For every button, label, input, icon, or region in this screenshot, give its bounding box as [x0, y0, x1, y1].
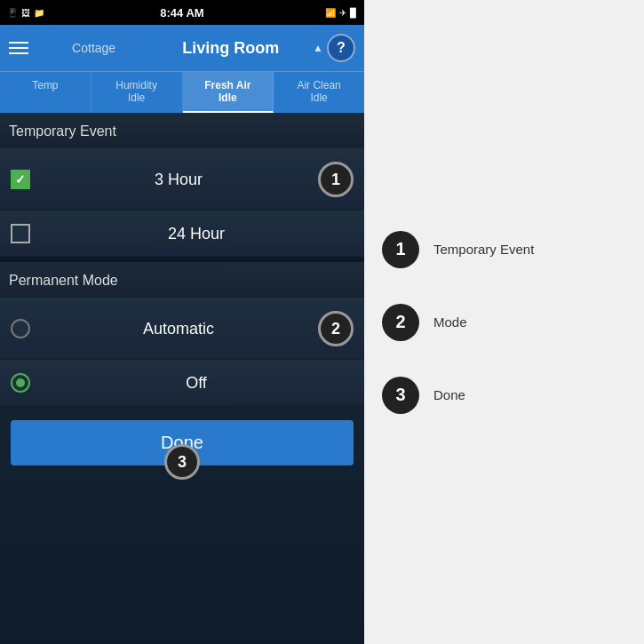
signal-icon: ▲	[313, 42, 323, 54]
option-24hour-label: 24 Hour	[39, 225, 354, 243]
status-time: 8:44 AM	[160, 6, 203, 20]
tab-bar: Temp HumidityIdle Fresh AirIdle Air Clea…	[0, 71, 364, 113]
badge-3: 3	[164, 444, 200, 480]
option-3hour[interactable]: 3 Hour 1	[0, 148, 364, 211]
option-off[interactable]: Off	[0, 360, 364, 406]
option-off-label: Off	[39, 374, 354, 393]
badge-1: 1	[318, 162, 354, 197]
radio-automatic[interactable]	[11, 319, 30, 338]
legend-item-3: 3 Done	[382, 377, 626, 414]
option-automatic[interactable]: Automatic 2	[0, 298, 364, 360]
tab-temp[interactable]: Temp	[0, 72, 91, 113]
option-automatic-label: Automatic	[39, 320, 318, 338]
option-24hour[interactable]: 24 Hour	[0, 211, 364, 257]
nav-header: Cottage Living Room ▲ ?	[0, 25, 364, 71]
battery-icon: ▉	[350, 8, 357, 18]
status-bar: 📱 🖼 📁 8:44 AM 📶 ✈ ▉	[0, 0, 364, 25]
legend-panel: 1 Temporary Event 2 Mode 3 Done	[364, 0, 644, 644]
legend-badge-2: 2	[382, 304, 419, 341]
permanent-mode-label: Permanent Mode	[0, 262, 364, 298]
legend-item-1: 1 Temporary Event	[382, 231, 626, 268]
radio-off[interactable]	[11, 373, 30, 393]
file-icon: 📁	[34, 8, 44, 18]
legend-text-3: Done	[433, 387, 465, 402]
airplane-icon: ✈	[339, 8, 346, 18]
status-icons-left: 📱 🖼 📁	[7, 8, 44, 18]
hamburger-menu[interactable]	[9, 42, 28, 54]
nav-title: Living Room	[148, 39, 313, 58]
tab-air-clean-idle[interactable]: Air CleanIdle	[274, 72, 364, 113]
legend-item-2: 2 Mode	[382, 304, 626, 341]
phone-panel: 📱 🖼 📁 8:44 AM 📶 ✈ ▉ Cottage Living Room …	[0, 0, 364, 644]
legend-badge-1: 1	[382, 231, 419, 268]
legend-text-1: Temporary Event	[433, 242, 534, 257]
wifi-icon: 📶	[325, 8, 336, 18]
tab-humidity-idle[interactable]: HumidityIdle	[91, 72, 183, 113]
legend-text-2: Mode	[433, 314, 467, 330]
option-3hour-label: 3 Hour	[39, 171, 318, 189]
badge-2: 2	[318, 311, 354, 346]
checkbox-3hour[interactable]	[11, 170, 30, 189]
nav-subtitle: Cottage	[39, 41, 148, 55]
photo-icon: 🖼	[21, 8, 30, 18]
main-content: Temporary Event 3 Hour 1 24 Hour Permane…	[0, 113, 364, 644]
status-icons-right: 📶 ✈ ▉	[325, 8, 357, 18]
tab-fresh-air-idle[interactable]: Fresh AirIdle	[183, 72, 274, 113]
done-button[interactable]: Done 3	[11, 420, 354, 465]
help-button[interactable]: ?	[327, 34, 355, 62]
android-icon: 📱	[7, 8, 18, 18]
checkbox-24hour[interactable]	[11, 224, 30, 243]
legend-badge-3: 3	[382, 377, 419, 414]
temporary-event-label: Temporary Event	[0, 113, 364, 148]
